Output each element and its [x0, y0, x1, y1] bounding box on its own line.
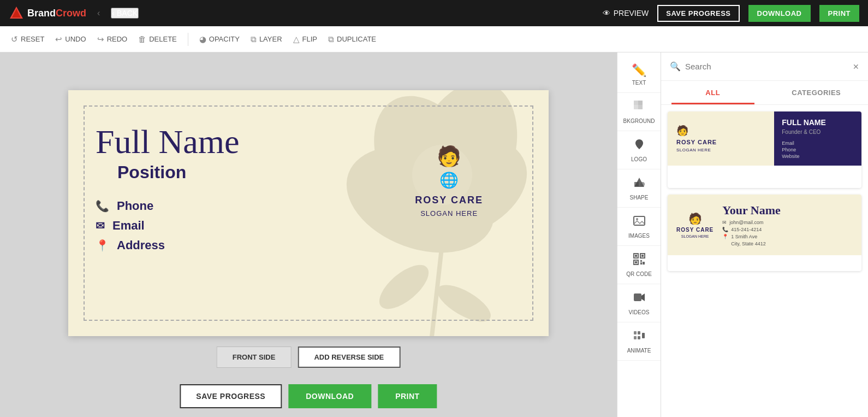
logo-person-icon: 🧑	[437, 145, 461, 168]
business-card[interactable]: Full Name Position 📞 Phone ✉ Email 📍	[68, 90, 549, 336]
videos-tool-icon	[633, 291, 646, 307]
add-reverse-side-button[interactable]: ADD REVERSE SIDE	[298, 346, 400, 368]
tool-videos[interactable]: VIDEOS	[617, 284, 661, 322]
svg-rect-24	[635, 261, 637, 263]
template2-logo-icon: 🧑	[688, 212, 702, 225]
svg-rect-15	[634, 182, 639, 186]
templates-grid: 🧑 ROSY CARE SLOGAN HERE FULL NAME Founde…	[661, 105, 868, 417]
card-slogan: SLOGAN HERE	[420, 209, 478, 218]
images-tool-icon	[633, 214, 646, 231]
card-position[interactable]: Position	[117, 162, 239, 183]
search-input[interactable]	[685, 62, 848, 71]
search-clear-icon[interactable]: ✕	[853, 62, 859, 71]
card-right-content: 🧑 🌐 ROSY CARE SLOGAN HERE	[415, 145, 483, 218]
flower-background	[265, 90, 549, 336]
back-chevron-icon: ‹	[112, 9, 115, 17]
template2-right: Your Name ✉ john@mail.com 📞 415-241-4214	[722, 203, 853, 246]
flip-button[interactable]: △ FLIP	[293, 34, 317, 44]
svg-rect-28	[634, 293, 641, 301]
template2-address-row: 📍 1 Smith Ave	[722, 234, 853, 239]
layer-button[interactable]: ⧉ LAYER	[251, 34, 282, 44]
template1-slogan: SLOGAN HERE	[676, 148, 711, 152]
svg-rect-10	[634, 101, 638, 105]
template-card-2[interactable]: 🧑 ROSY CARE SLOGAN HERE Your Name ✉ john…	[668, 195, 861, 271]
reset-button[interactable]: ↺ RESET	[11, 34, 44, 44]
front-side-button[interactable]: FRONT SIDE	[217, 346, 292, 368]
tool-logo[interactable]: LOGO	[617, 131, 661, 169]
template2-phone-row: 📞 415-241-4214	[722, 227, 853, 232]
back-button[interactable]: ‹ BACK	[111, 8, 139, 19]
tools-sidebar: ✏️ TEXT BKGROUND LOGO SHAPE IMAGES	[617, 52, 661, 417]
card-full-name[interactable]: Full Name	[96, 123, 239, 160]
card-email[interactable]: ✉ Email	[96, 219, 239, 233]
canvas-wrapper: Full Name Position 📞 Phone ✉ Email 📍	[68, 90, 549, 336]
undo-icon: ↩	[55, 34, 62, 44]
template2-email-icon: ✉	[722, 220, 727, 225]
svg-rect-23	[641, 255, 644, 257]
svg-point-18	[636, 218, 638, 220]
duplicate-button[interactable]: ⧉ DUPLICATE	[328, 34, 376, 44]
tool-qrcode[interactable]: QR CODE	[617, 246, 661, 284]
print-button-top[interactable]: PRINT	[819, 5, 860, 22]
template2-address2-row: 📍 City, State 4412	[722, 241, 853, 246]
preview-button[interactable]: 👁 PREVIEW	[603, 9, 649, 17]
bottom-action-bar: SAVE PROGRESS DOWNLOAD PRINT	[180, 384, 437, 408]
brand-icon	[9, 5, 24, 21]
template1-logo-icon: 🧑	[676, 125, 688, 137]
background-tool-icon	[633, 99, 646, 116]
canvas-bottom-buttons: FRONT SIDE ADD REVERSE SIDE	[217, 346, 401, 368]
save-progress-button-bottom[interactable]: SAVE PROGRESS	[180, 384, 282, 408]
template2-address-icon: 📍	[722, 234, 728, 239]
template2-name: Your Name	[722, 203, 853, 218]
print-button-bottom[interactable]: PRINT	[378, 384, 437, 408]
template2-left: 🧑 ROSY CARE SLOGAN HERE	[676, 212, 714, 238]
svg-point-8	[372, 257, 436, 316]
card-contacts: 📞 Phone ✉ Email 📍 Address	[96, 199, 239, 252]
tool-background[interactable]: BKGROUND	[617, 93, 661, 131]
brand-logo: BrandCrowd	[9, 5, 86, 21]
phone-icon: 📞	[96, 199, 109, 213]
undo-button[interactable]: ↩ UNDO	[55, 34, 86, 44]
toolbar: ↺ RESET ↩ UNDO ↪ REDO 🗑 DELETE ◕ OPACITY…	[0, 26, 868, 52]
svg-rect-22	[635, 255, 637, 257]
preview-label: PREVIEW	[614, 9, 649, 17]
qrcode-tool-icon	[633, 252, 646, 269]
opacity-button[interactable]: ◕ OPACITY	[199, 34, 240, 44]
template-card-1[interactable]: 🧑 ROSY CARE SLOGAN HERE FULL NAME Founde…	[668, 111, 861, 188]
tool-images[interactable]: IMAGES	[617, 208, 661, 246]
template1-contacts: Email Phone Website	[782, 140, 854, 159]
template2-phone-icon: 📞	[722, 227, 728, 232]
card-phone[interactable]: 📞 Phone	[96, 199, 239, 213]
opacity-icon: ◕	[199, 34, 206, 44]
card-address[interactable]: 📍 Address	[96, 238, 239, 252]
eye-icon: 👁	[603, 9, 610, 17]
flip-icon: △	[293, 34, 300, 44]
redo-button[interactable]: ↪ REDO	[97, 34, 128, 44]
address-icon: 📍	[96, 239, 109, 252]
tabs-row: ALL CATEGORIES	[661, 81, 868, 105]
svg-rect-13	[638, 105, 643, 109]
text-tool-icon: ✏️	[632, 63, 646, 78]
svg-rect-31	[634, 336, 637, 339]
svg-rect-32	[638, 331, 640, 334]
duplicate-icon: ⧉	[328, 34, 334, 44]
download-button-bottom[interactable]: DOWNLOAD	[288, 384, 371, 408]
redo-icon: ↪	[97, 34, 104, 44]
save-progress-button-top[interactable]: SAVE PROGRESS	[657, 5, 739, 22]
layer-icon: ⧉	[251, 34, 257, 44]
delete-icon: 🗑	[138, 34, 146, 44]
tool-text[interactable]: ✏️ TEXT	[617, 57, 661, 93]
brand-name: BrandCrowd	[27, 8, 86, 19]
svg-rect-34	[642, 333, 645, 338]
delete-button[interactable]: 🗑 DELETE	[138, 34, 177, 44]
tool-shape[interactable]: SHAPE	[617, 169, 661, 208]
template2-contacts: ✉ john@mail.com 📞 415-241-4214 📍 1 Smith…	[722, 220, 853, 246]
download-button-top[interactable]: DOWNLOAD	[748, 5, 811, 22]
svg-rect-33	[638, 336, 640, 339]
svg-point-9	[432, 278, 496, 328]
tab-all[interactable]: ALL	[661, 81, 765, 104]
tool-animate[interactable]: ANIMATE	[617, 322, 661, 361]
tab-categories[interactable]: CATEGORIES	[765, 81, 869, 104]
svg-rect-26	[643, 262, 645, 265]
logo-globe-icon: 🌐	[439, 171, 459, 189]
